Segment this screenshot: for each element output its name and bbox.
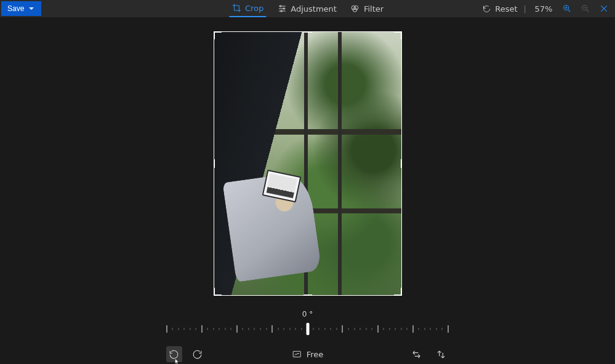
- crop-handle-top[interactable]: [303, 31, 312, 33]
- aspect-ratio-icon: [292, 349, 302, 359]
- crop-handle-bottom-left[interactable]: [214, 288, 222, 296]
- reset-icon: [482, 4, 491, 14]
- filter-icon: [350, 4, 360, 14]
- crop-handle-left[interactable]: [214, 159, 215, 168]
- save-button-label: Save: [7, 4, 24, 13]
- tab-filter-label: Filter: [364, 4, 384, 14]
- crop-controls: 0 ° Free: [0, 310, 615, 364]
- tab-adjustment-label: Adjustment: [291, 4, 337, 14]
- crop-handle-bottom[interactable]: [303, 295, 312, 296]
- crop-handle-right[interactable]: [401, 159, 402, 168]
- rotate-right-icon: [192, 349, 203, 360]
- crop-icon: [231, 3, 241, 13]
- sliders-icon: [277, 4, 287, 14]
- image-canvas: [0, 17, 615, 310]
- aspect-ratio-button[interactable]: Free: [292, 349, 324, 359]
- crop-frame[interactable]: [214, 31, 402, 296]
- tab-crop-label: Crop: [245, 4, 263, 13]
- rotate-buttons: [166, 346, 206, 362]
- close-icon: [599, 4, 609, 14]
- rotate-right-button[interactable]: [190, 346, 206, 362]
- straighten-slider[interactable]: [166, 322, 449, 336]
- crop-handle-bottom-right[interactable]: [394, 288, 402, 296]
- editor-top-bar: Save Crop Adjustment Filter Reset | 57%: [0, 0, 615, 17]
- reset-button[interactable]: Reset: [482, 4, 517, 14]
- zoom-level: 57%: [533, 4, 555, 14]
- close-editor-button[interactable]: [598, 2, 610, 15]
- flip-buttons: [409, 346, 449, 362]
- save-button[interactable]: Save: [1, 1, 41, 16]
- reset-label: Reset: [495, 4, 517, 14]
- flip-vertical-icon: [436, 349, 446, 360]
- tab-filter[interactable]: Filter: [348, 0, 386, 17]
- zoom-in-icon: [562, 4, 572, 14]
- flip-horizontal-icon: [411, 349, 422, 360]
- rotate-left-button[interactable]: [166, 346, 182, 362]
- aspect-ratio-label: Free: [307, 350, 324, 359]
- rotate-left-icon: [169, 349, 179, 360]
- zoom-in-button[interactable]: [561, 2, 573, 15]
- top-right-controls: Reset | 57%: [482, 0, 610, 17]
- chevron-down-icon: [29, 7, 34, 10]
- zoom-out-button[interactable]: [579, 2, 592, 15]
- crop-bottom-row: Free: [166, 344, 449, 364]
- tab-crop[interactable]: Crop: [229, 0, 266, 17]
- flip-vertical-button[interactable]: [433, 346, 449, 362]
- straighten-thumb[interactable]: [306, 323, 309, 335]
- crop-handle-top-right[interactable]: [394, 31, 402, 39]
- flip-horizontal-button[interactable]: [409, 346, 425, 362]
- edit-mode-tabs: Crop Adjustment Filter: [229, 0, 386, 17]
- rotation-angle-label: 0 °: [302, 310, 313, 318]
- divider: |: [524, 4, 526, 14]
- crop-handle-top-left[interactable]: [214, 31, 222, 39]
- zoom-out-icon: [581, 4, 590, 14]
- tab-adjustment[interactable]: Adjustment: [275, 0, 339, 17]
